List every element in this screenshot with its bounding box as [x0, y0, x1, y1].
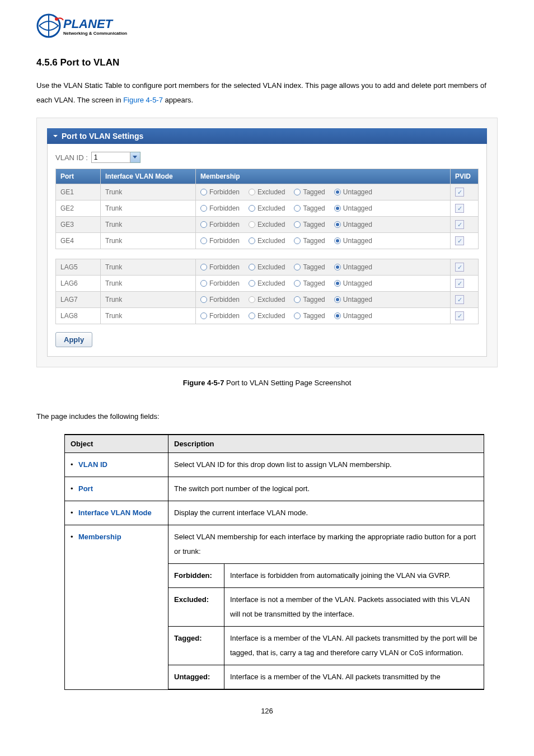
membership-excluded-radio[interactable]: Excluded	[249, 279, 285, 287]
vlan-id-input[interactable]	[91, 152, 130, 163]
membership-forbidden-radio[interactable]: Forbidden	[200, 188, 240, 196]
cell-membership: ForbiddenExcludedTaggedUntagged	[196, 308, 451, 324]
table-row: LAG6 Trunk ForbiddenExcludedTaggedUntagg…	[56, 276, 479, 292]
cell-membership: ForbiddenExcludedTaggedUntagged	[196, 200, 451, 217]
membership-forbidden-radio[interactable]: Forbidden	[200, 263, 240, 271]
cell-pvid: ✓	[451, 233, 479, 249]
description-table: Object Description •VLAN ID Select VLAN …	[64, 434, 484, 690]
cell-membership: ForbiddenExcludedTaggedUntagged	[196, 276, 451, 292]
pvid-checkbox[interactable]: ✓	[455, 204, 464, 213]
panel-header: Port to VLAN Settings	[47, 128, 487, 144]
membership-sub-desc: Interface is forbidden from automaticall…	[224, 564, 484, 588]
membership-untagged-radio[interactable]: Untagged	[334, 221, 372, 228]
membership-forbidden-radio[interactable]: Forbidden	[200, 279, 240, 287]
cell-membership: ForbiddenExcludedTaggedUntagged	[196, 292, 451, 308]
cell-port: LAG8	[56, 308, 101, 324]
membership-excluded-radio[interactable]: Excluded	[249, 221, 285, 228]
membership-forbidden-radio[interactable]: Forbidden	[200, 296, 240, 304]
membership-forbidden-radio[interactable]: Forbidden	[200, 237, 240, 245]
membership-excluded-radio[interactable]: Excluded	[249, 263, 285, 271]
table-row: LAG5 Trunk ForbiddenExcludedTaggedUntagg…	[56, 259, 479, 276]
cell-port: LAG5	[56, 259, 101, 276]
table-row: LAG7 Trunk ForbiddenExcludedTaggedUntagg…	[56, 292, 479, 308]
desc-object: •Port	[65, 477, 168, 501]
section-heading: 4.5.6 Port to VLAN	[36, 57, 498, 68]
cell-port: LAG6	[56, 276, 101, 292]
membership-tagged-radio[interactable]: Tagged	[294, 296, 325, 304]
cell-mode: Trunk	[101, 259, 196, 276]
membership-tagged-radio[interactable]: Tagged	[294, 279, 325, 287]
cell-pvid: ✓	[451, 184, 479, 200]
cell-pvid: ✓	[451, 308, 479, 324]
membership-untagged-radio[interactable]: Untagged	[334, 204, 372, 212]
membership-untagged-radio[interactable]: Untagged	[334, 188, 372, 196]
membership-sub-desc: Interface is a member of the VLAN. All p…	[224, 627, 484, 665]
pvid-checkbox[interactable]: ✓	[455, 311, 464, 320]
desc-object: •Membership	[65, 525, 168, 690]
membership-untagged-radio[interactable]: Untagged	[334, 296, 372, 304]
membership-excluded-radio[interactable]: Excluded	[249, 204, 285, 212]
desc-object: •VLAN ID	[65, 453, 168, 477]
screenshot-frame: Port to VLAN Settings VLAN ID : Port Int…	[36, 118, 498, 367]
membership-excluded-radio[interactable]: Excluded	[249, 188, 285, 196]
logo-tagline: Networking & Communication	[63, 31, 127, 36]
membership-tagged-radio[interactable]: Tagged	[294, 221, 325, 228]
table-row: GE3 Trunk ForbiddenExcludedTaggedUntagge…	[56, 217, 479, 233]
brand-logo: PLANET Networking & Communication	[36, 11, 498, 40]
desc-text: Select VLAN ID for this drop down list t…	[168, 453, 484, 477]
desc-object: •Interface VLAN Mode	[65, 501, 168, 525]
pvid-checkbox[interactable]: ✓	[455, 295, 464, 304]
logo-brand-text: PLANET	[63, 17, 114, 31]
cell-port: GE4	[56, 233, 101, 249]
cell-membership: ForbiddenExcludedTaggedUntagged	[196, 233, 451, 249]
membership-forbidden-radio[interactable]: Forbidden	[200, 204, 240, 212]
cell-mode: Trunk	[101, 292, 196, 308]
membership-forbidden-radio[interactable]: Forbidden	[200, 312, 240, 320]
membership-forbidden-radio[interactable]: Forbidden	[200, 221, 240, 228]
table-row: GE4 Trunk ForbiddenExcludedTaggedUntagge…	[56, 233, 479, 249]
cell-pvid: ✓	[451, 200, 479, 217]
desc-text: Display the current interface VLAN mode.	[168, 501, 484, 525]
figure-link: Figure 4-5-7	[123, 96, 163, 104]
apply-button[interactable]: Apply	[55, 332, 92, 347]
pvid-checkbox[interactable]: ✓	[455, 188, 464, 197]
vlan-id-row: VLAN ID :	[55, 152, 479, 163]
cell-mode: Trunk	[101, 200, 196, 217]
cell-mode: Trunk	[101, 233, 196, 249]
cell-port: GE2	[56, 200, 101, 217]
membership-sub-label: Excluded:	[168, 588, 224, 627]
desc-col-description: Description	[168, 435, 484, 453]
membership-untagged-radio[interactable]: Untagged	[334, 312, 372, 320]
desc-col-object: Object	[65, 435, 168, 453]
membership-tagged-radio[interactable]: Tagged	[294, 237, 325, 245]
membership-tagged-radio[interactable]: Tagged	[294, 188, 325, 196]
chevron-down-icon	[133, 156, 137, 159]
membership-excluded-radio[interactable]: Excluded	[249, 296, 285, 304]
membership-sub-label: Untagged:	[168, 665, 224, 690]
col-port: Port	[56, 169, 101, 184]
cell-pvid: ✓	[451, 259, 479, 276]
cell-pvid: ✓	[451, 276, 479, 292]
membership-untagged-radio[interactable]: Untagged	[334, 279, 372, 287]
pvid-checkbox[interactable]: ✓	[455, 220, 464, 229]
vlan-id-dropdown[interactable]	[130, 152, 140, 163]
membership-sub-label: Tagged:	[168, 627, 224, 665]
membership-tagged-radio[interactable]: Tagged	[294, 263, 325, 271]
membership-excluded-radio[interactable]: Excluded	[249, 237, 285, 245]
membership-excluded-radio[interactable]: Excluded	[249, 312, 285, 320]
membership-tagged-radio[interactable]: Tagged	[294, 312, 325, 320]
col-mode: Interface VLAN Mode	[101, 169, 196, 184]
cell-port: LAG7	[56, 292, 101, 308]
pvid-checkbox[interactable]: ✓	[455, 236, 464, 245]
membership-sub-desc: Interface is a member of the VLAN. All p…	[224, 665, 484, 690]
membership-tagged-radio[interactable]: Tagged	[294, 204, 325, 212]
membership-untagged-radio[interactable]: Untagged	[334, 263, 372, 271]
pvid-checkbox[interactable]: ✓	[455, 279, 464, 288]
vlan-id-label: VLAN ID :	[55, 153, 88, 162]
membership-untagged-radio[interactable]: Untagged	[334, 237, 372, 245]
desc-text: The switch port number of the logical po…	[168, 477, 484, 501]
col-pvid: PVID	[451, 169, 479, 184]
cell-membership: ForbiddenExcludedTaggedUntagged	[196, 184, 451, 200]
pvid-checkbox[interactable]: ✓	[455, 263, 464, 272]
page-number: 126	[36, 707, 498, 715]
